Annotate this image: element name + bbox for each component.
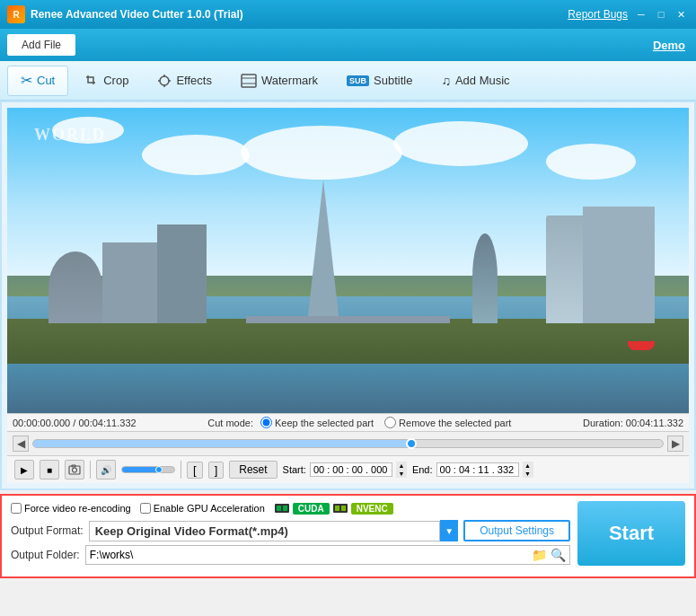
time-bar: 00:00:00.000 / 00:04:11.332 Cut mode: Ke…	[7, 413, 689, 431]
video-container: WORLD	[7, 108, 689, 413]
output-format-label: Output Format:	[11, 524, 84, 537]
video-preview: WORLD	[7, 108, 689, 413]
gpu-icons: CUDA NVENC	[274, 502, 393, 515]
tab-watermark[interactable]: Watermark	[228, 66, 330, 96]
gpu-chip-icon-1	[274, 502, 290, 515]
office-building-2	[157, 224, 207, 323]
time-info: Cut mode: Keep the selected part Remove …	[207, 417, 511, 428]
force-reencode-checkbox[interactable]	[11, 503, 22, 514]
keep-selected-radio[interactable]: Keep the selected part	[260, 417, 374, 428]
separator-2	[181, 461, 181, 479]
encode-options: Force video re-encoding Enable GPU Accel…	[11, 502, 570, 515]
separator-1	[90, 461, 91, 479]
minimize-button[interactable]: ─	[633, 6, 649, 22]
start-time-group: Start: ▲ ▼	[283, 462, 407, 478]
cloud-4	[546, 144, 636, 180]
nav-tabs: ✂ Cut Crop Effects	[0, 61, 696, 101]
tab-subtitle-label: Subtitle	[374, 74, 412, 87]
end-time-group: End: ▲ ▼	[412, 462, 533, 478]
gpu-chip-icon-2	[332, 502, 348, 515]
tab-addmusic[interactable]: ♫ Add Music	[428, 66, 522, 96]
browse-folder-button[interactable]: 📁	[532, 548, 547, 562]
end-time-spinner: ▲ ▼	[523, 462, 533, 478]
duration-value: 00:04:11.332	[626, 418, 683, 428]
start-button[interactable]: Start	[577, 501, 685, 566]
force-reencode-label[interactable]: Force video re-encoding	[11, 503, 131, 514]
slider-right-arrow[interactable]: ▶	[667, 436, 683, 452]
screenshot-button[interactable]	[65, 460, 84, 480]
format-select-wrapper: Keep Original Video Format(*.mp4) ▼	[89, 520, 459, 541]
reset-button[interactable]: Reset	[229, 461, 277, 479]
demo-link[interactable]: Demo	[653, 39, 685, 52]
stop-button[interactable]: ■	[40, 460, 59, 480]
format-select[interactable]: Keep Original Video Format(*.mp4)	[89, 521, 441, 541]
bottom-panel: Force video re-encoding Enable GPU Accel…	[0, 494, 696, 578]
title-bar: R Renee Advanced Video Cutter 1.0.0 (Tri…	[0, 0, 696, 29]
cuda-badge: CUDA	[293, 503, 330, 515]
end-time-up[interactable]: ▲	[523, 462, 533, 470]
tab-cut-label: Cut	[37, 74, 55, 87]
tab-effects-label: Effects	[176, 74, 212, 87]
tab-addmusic-label: Add Music	[455, 74, 510, 87]
end-time-down[interactable]: ▼	[523, 470, 533, 478]
play-button[interactable]: ▶	[14, 460, 34, 480]
cloud-1	[142, 135, 250, 175]
duration-label: Duration:	[583, 418, 623, 428]
walkie-talkie-building	[546, 216, 586, 323]
office-building-1	[102, 242, 165, 323]
svg-rect-5	[242, 75, 256, 87]
cloud-2	[241, 126, 402, 180]
start-time-field[interactable]	[311, 463, 392, 476]
force-reencode-text: Force video re-encoding	[24, 503, 131, 514]
format-dropdown-button[interactable]: ▼	[440, 520, 458, 541]
bracket-close-button[interactable]: ]	[208, 462, 225, 479]
red-boat	[628, 341, 655, 350]
volume-slider[interactable]	[121, 466, 175, 473]
cloud-3	[393, 121, 528, 166]
slider-left-arrow[interactable]: ◀	[13, 436, 29, 452]
search-folder-button[interactable]: 🔍	[551, 548, 566, 562]
keep-selected-label: Keep the selected part	[275, 418, 374, 428]
folder-icons: 📁 🔍	[532, 548, 566, 562]
bottom-options-row: Force video re-encoding Enable GPU Accel…	[11, 501, 685, 566]
bridge	[246, 316, 451, 323]
start-time-up[interactable]: ▲	[396, 462, 407, 470]
start-time-input[interactable]	[310, 462, 392, 477]
start-time-down[interactable]: ▼	[396, 470, 407, 478]
folder-path-input[interactable]	[90, 549, 532, 561]
timestamp-display: 00:00:00.000 / 00:04:11.332	[13, 418, 137, 428]
timeline-slider[interactable]	[32, 439, 664, 448]
enable-gpu-label[interactable]: Enable GPU Acceleration	[140, 503, 265, 514]
add-file-button[interactable]: Add File	[7, 34, 75, 56]
end-time-field[interactable]	[437, 463, 518, 476]
output-folder-label: Output Folder:	[11, 549, 80, 561]
toolbar: Add File Demo	[0, 29, 696, 61]
ground-bg	[7, 319, 689, 364]
app-title: Renee Advanced Video Cutter 1.0.0 (Trial…	[31, 8, 243, 21]
bracket-open-button[interactable]: [	[187, 462, 203, 479]
remove-selected-label: Remove the selected part	[399, 418, 511, 428]
output-settings-button[interactable]: Output Settings	[463, 520, 570, 541]
close-button[interactable]: ✕	[673, 6, 689, 22]
tab-subtitle[interactable]: SUB Subtitle	[334, 66, 425, 96]
enable-gpu-checkbox[interactable]	[140, 503, 151, 514]
controls-bar: ▶ ■ 🔊 [ ] Reset Start: ▲ ▼	[7, 455, 689, 483]
city-hall-building	[48, 251, 102, 323]
bottom-left-options: Force video re-encoding Enable GPU Accel…	[11, 502, 570, 565]
svg-point-9	[73, 468, 77, 472]
svg-point-0	[160, 76, 169, 85]
maximize-button[interactable]: □	[653, 6, 669, 22]
start-time-spinner: ▲ ▼	[396, 462, 407, 478]
tab-crop[interactable]: Crop	[72, 66, 141, 96]
subtitle-icon: SUB	[347, 75, 369, 86]
tab-effects[interactable]: Effects	[145, 66, 225, 96]
volume-icon[interactable]: 🔊	[96, 460, 116, 480]
remove-selected-radio[interactable]: Remove the selected part	[384, 417, 511, 428]
slider-thumb[interactable]	[406, 438, 417, 449]
end-label: End:	[412, 464, 433, 475]
svg-rect-15	[335, 506, 339, 511]
tab-cut[interactable]: ✂ Cut	[7, 66, 68, 96]
end-time-input[interactable]	[436, 462, 519, 477]
office-building-3	[583, 207, 655, 323]
report-bugs-link[interactable]: Report Bugs	[568, 8, 628, 21]
